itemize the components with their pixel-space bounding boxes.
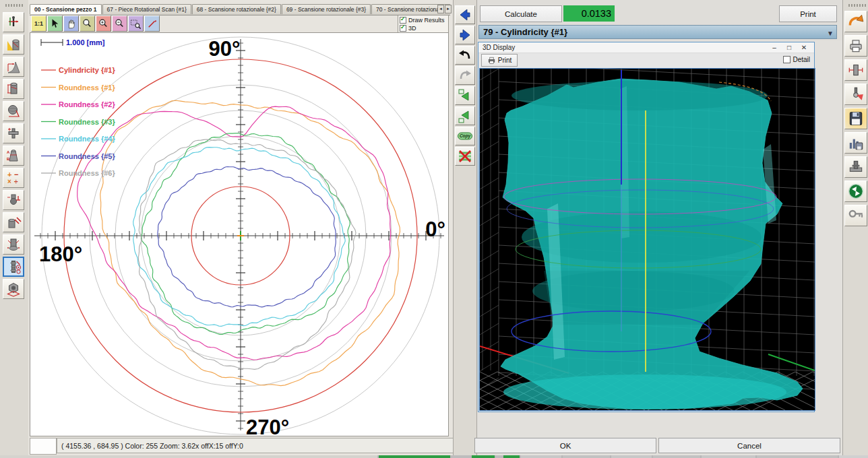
- report-save-icon[interactable]: [844, 132, 867, 154]
- measurement-selector[interactable]: 79 - Cylindricity {#1} ▼: [478, 25, 837, 39]
- profile-measure-icon[interactable]: [3, 57, 24, 77]
- perpendicularity-icon[interactable]: [3, 190, 24, 210]
- checkbox-label: Draw Results: [408, 17, 445, 24]
- checkbox-label: 3D: [408, 25, 416, 32]
- detail-checkbox[interactable]: Detail: [783, 56, 810, 63]
- angle-ab-icon[interactable]: AB: [3, 145, 24, 166]
- polar-roundness-chart: 90°0°180°270°1.000 [mm]Cylindricity {#1}…: [30, 33, 448, 436]
- plot-options-panel: ✓Draw Results✓3D: [398, 15, 449, 34]
- svg-text:Roundness {#2}: Roundness {#2}: [59, 100, 115, 108]
- 3d-window-titlebar[interactable]: 3D Display – □ ✕: [478, 42, 814, 53]
- save-icon[interactable]: [844, 108, 867, 129]
- toolbar-grip[interactable]: [848, 4, 866, 7]
- zoom-in-button[interactable]: [96, 15, 111, 32]
- zoom-tool-button[interactable]: [80, 15, 95, 32]
- scan-tab-bar: 00 - Scansione pezzo 167 - Piece Rotatio…: [30, 4, 450, 15]
- taskbar-segment-2[interactable]: [452, 455, 470, 458]
- plot-toolbar: ✓Draw Results✓3D 1:1: [30, 15, 450, 32]
- detail-checkbox-label: Detail: [793, 56, 810, 63]
- delete-button[interactable]: [455, 147, 475, 166]
- recalculate-icon[interactable]: [844, 181, 867, 202]
- fixture-icon[interactable]: [844, 156, 867, 178]
- undo-button[interactable]: [455, 46, 475, 65]
- cursor-tool-button[interactable]: [47, 15, 63, 32]
- taskbar-segment-10[interactable]: [702, 455, 755, 458]
- cancel-button[interactable]: Cancel: [658, 438, 840, 453]
- cross-dimension-icon[interactable]: [3, 123, 24, 143]
- sphere-dimension-icon[interactable]: [3, 101, 24, 121]
- tab-scroll-right-button[interactable]: ►: [445, 5, 452, 13]
- copy-button[interactable]: Copy: [455, 127, 475, 145]
- dimension-part-icon[interactable]: [844, 59, 867, 81]
- ok-button[interactable]: OK: [474, 438, 656, 453]
- cylinder-dimension-icon[interactable]: [3, 79, 24, 99]
- 3d-viewport[interactable]: [479, 68, 815, 411]
- parallelism-icon[interactable]: [3, 212, 24, 232]
- maximize-icon[interactable]: □: [782, 42, 797, 53]
- svg-text:Roundness {#3}: Roundness {#3}: [59, 118, 115, 126]
- step-forward-button[interactable]: [455, 26, 475, 44]
- chevron-down-icon[interactable]: ▼: [827, 27, 834, 40]
- insert-after-button[interactable]: [455, 106, 475, 125]
- calculate-button[interactable]: Calculate: [480, 5, 562, 22]
- svg-text:÷: ÷: [14, 178, 18, 185]
- status-left-cell: [30, 438, 57, 455]
- toolbar-grip[interactable]: [5, 4, 23, 7]
- zoom-out-button[interactable]: [112, 15, 127, 32]
- minimize-icon[interactable]: –: [767, 42, 782, 53]
- runout-icon[interactable]: [3, 234, 24, 255]
- print-button[interactable]: Print: [779, 5, 837, 22]
- zoom-region-button[interactable]: [128, 15, 144, 32]
- taskbar-segment-8[interactable]: [611, 455, 652, 458]
- taskbar-segment-0[interactable]: [0, 455, 377, 458]
- step-edit-toolbar: Copy: [453, 0, 477, 458]
- right-system-toolbar: [842, 0, 868, 458]
- checkbox-icon[interactable]: ✓: [400, 17, 406, 24]
- scan-tab-3[interactable]: 69 - Scansione rotazionale {#3}: [282, 4, 371, 14]
- tab-scroll-left-button[interactable]: ◄: [437, 5, 444, 13]
- svg-text:Roundness {#4}: Roundness {#4}: [59, 135, 115, 143]
- insert-before-button[interactable]: [455, 86, 475, 105]
- annotate-button[interactable]: [144, 15, 160, 32]
- taskbar-sliver[interactable]: [0, 455, 868, 458]
- checkbox-icon[interactable]: ✓: [400, 25, 406, 32]
- taskbar-segment-1[interactable]: [379, 455, 450, 458]
- roundness-scan-icon[interactable]: [3, 257, 24, 277]
- plot-option-0[interactable]: ✓Draw Results: [400, 16, 447, 24]
- taskbar-segment-9[interactable]: [653, 455, 700, 458]
- taskbar-segment-5[interactable]: [503, 455, 520, 458]
- svg-text:B: B: [7, 157, 10, 161]
- zoom-1to1-button[interactable]: 1:1: [31, 15, 46, 32]
- results-panel: Calculate 0.0133 Print 79 - Cylindricity…: [477, 0, 842, 458]
- math-operations-icon[interactable]: +−×÷: [3, 168, 24, 188]
- step-back-button[interactable]: [455, 5, 475, 24]
- taskbar-segment-6[interactable]: [521, 455, 561, 458]
- printer-icon[interactable]: [844, 35, 867, 57]
- redo-button[interactable]: [455, 66, 475, 85]
- security-key-icon[interactable]: [844, 205, 867, 226]
- svg-text:270°: 270°: [246, 416, 289, 436]
- taskbar-segment-12[interactable]: [839, 455, 868, 458]
- pan-tool-button[interactable]: [63, 15, 79, 32]
- 3d-print-button[interactable]: Print: [481, 54, 518, 67]
- detail-checkbox-box[interactable]: [783, 56, 790, 63]
- probe-setup-icon[interactable]: [3, 12, 24, 32]
- taskbar-segment-3[interactable]: [472, 455, 495, 458]
- probe-calibration-icon[interactable]: [844, 84, 867, 105]
- scan-tab-1[interactable]: 67 - Piece Rotational Scan {#1}: [102, 4, 191, 14]
- 3d-print-label: Print: [498, 57, 512, 64]
- nut-dimension-icon[interactable]: [3, 279, 24, 299]
- taskbar-segment-11[interactable]: [757, 455, 838, 458]
- application-window: AB+−×÷ 00 - Scansione pezzo 167 - Piece …: [0, 0, 868, 458]
- svg-text:Cylindricity {#1}: Cylindricity {#1}: [59, 66, 115, 74]
- taskbar-segment-7[interactable]: [563, 455, 610, 458]
- taskbar-segment-4[interactable]: [496, 455, 503, 458]
- svg-text:1.000 [mm]: 1.000 [mm]: [66, 38, 105, 46]
- part-align-icon[interactable]: [3, 34, 24, 55]
- undo-icon[interactable]: [844, 11, 867, 32]
- polar-plot-canvas[interactable]: 90°0°180°270°1.000 [mm]Cylindricity {#1}…: [30, 32, 449, 436]
- plot-option-1[interactable]: ✓3D: [400, 24, 447, 32]
- close-icon[interactable]: ✕: [797, 42, 811, 53]
- scan-tab-0[interactable]: 00 - Scansione pezzo 1: [30, 4, 102, 14]
- scan-tab-2[interactable]: 68 - Scansione rotazionale {#2}: [192, 4, 281, 14]
